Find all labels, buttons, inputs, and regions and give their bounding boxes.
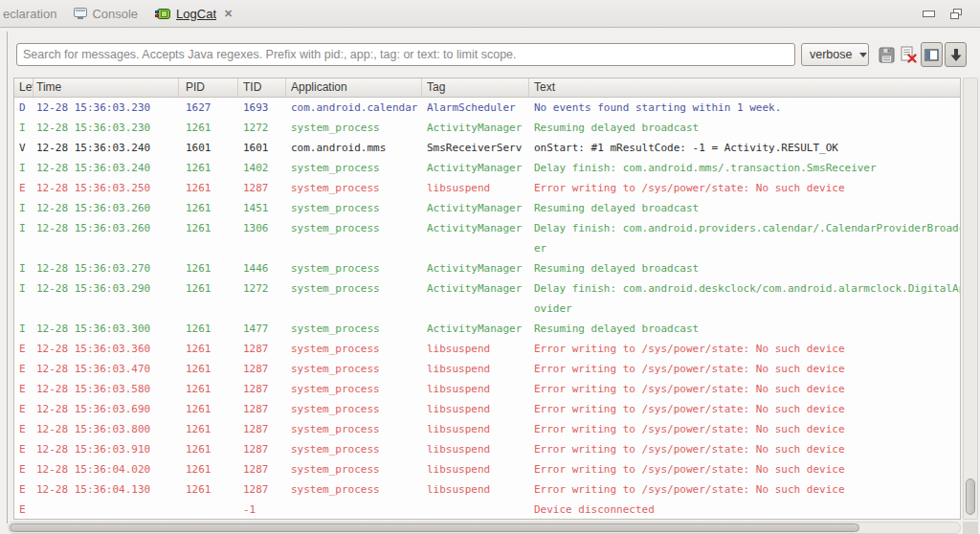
cell-level: E <box>14 359 33 379</box>
scrollbar-corner <box>963 522 978 534</box>
cell-text: Error writing to /sys/power/state: No su… <box>529 419 960 439</box>
cell-text: Error writing to /sys/power/state: No su… <box>529 339 960 359</box>
cell-tid: 1287 <box>238 178 286 198</box>
cell-application: system_process <box>286 439 422 459</box>
vertical-scrollbar[interactable] <box>963 78 978 520</box>
cell-application: system_process <box>286 379 422 399</box>
cell-time: 12-28 15:36:03.240 <box>33 158 179 178</box>
cell-text: Resuming delayed broadcast <box>529 198 960 218</box>
cell-text: Error writing to /sys/power/state: No su… <box>529 379 960 399</box>
chevron-down-icon <box>859 53 867 57</box>
log-row[interactable]: E12-28 15:36:04.13012611287system_proces… <box>14 479 960 500</box>
cell-pid: 1261 <box>179 178 238 198</box>
log-row[interactable]: V12-28 15:36:03.24016011601com.android.m… <box>14 138 960 158</box>
cell-tid: 1306 <box>238 218 286 258</box>
log-row[interactable]: E12-28 15:36:03.47012611287system_proces… <box>14 359 960 379</box>
log-row[interactable]: E12-28 15:36:04.02012611287system_proces… <box>14 459 960 479</box>
cell-tag: ActivityManager <box>422 198 529 218</box>
display-filters-view-toggle[interactable] <box>921 42 943 67</box>
column-header-lev[interactable]: Lev <box>14 78 33 97</box>
cell-level: E <box>14 178 33 198</box>
log-table-body: D12-28 15:36:03.23016271693com.android.c… <box>14 98 960 520</box>
log-row[interactable]: E12-28 15:36:03.36012611287system_proces… <box>14 339 960 359</box>
log-row[interactable]: I12-28 15:36:03.30012611477system_proces… <box>14 319 960 339</box>
log-row[interactable]: I12-28 15:36:03.26012611306system_proces… <box>14 218 960 258</box>
cell-level: E <box>14 339 33 359</box>
cell-time: 12-28 15:36:03.470 <box>33 359 179 379</box>
cell-tag: ActivityManager <box>422 118 529 138</box>
cell-application: system_process <box>286 118 422 138</box>
cell-pid: 1261 <box>179 278 238 319</box>
close-tab-icon[interactable]: ✕ <box>224 8 233 20</box>
log-row[interactable]: E12-28 15:36:03.25012611287system_proces… <box>14 178 960 198</box>
log-row[interactable]: E12-28 15:36:03.80012611287system_proces… <box>14 419 960 439</box>
cell-level: D <box>14 98 33 118</box>
log-row[interactable]: E12-28 15:36:03.91012611287system_proces… <box>14 439 960 459</box>
log-level-value: verbose <box>810 48 852 61</box>
log-row[interactable]: E12-28 15:36:03.69012611287system_proces… <box>14 399 960 419</box>
minimize-view-icon[interactable] <box>923 11 935 17</box>
cell-application: system_process <box>286 198 422 218</box>
restore-view-icon[interactable] <box>950 9 963 19</box>
log-row[interactable]: I12-28 15:36:03.26012611451system_proces… <box>14 198 960 218</box>
floppy-disk-icon <box>879 47 895 63</box>
cell-tag: libsuspend <box>422 339 529 359</box>
clear-log-button[interactable] <box>899 45 918 64</box>
cell-tag: ActivityManager <box>422 258 529 278</box>
cell-tag: libsuspend <box>422 379 529 399</box>
log-row[interactable]: E-1Device disconnected <box>14 500 960 520</box>
horizontal-scrollbar-thumb[interactable] <box>10 523 859 532</box>
cell-level: I <box>14 118 33 138</box>
column-header-tid[interactable]: TID <box>238 78 286 97</box>
cell-pid: 1261 <box>179 399 238 419</box>
vertical-scrollbar-thumb[interactable] <box>966 478 975 515</box>
cell-pid: 1261 <box>179 339 238 359</box>
autoscroll-toggle[interactable] <box>945 42 967 67</box>
tab-declaration[interactable]: eclaration <box>0 0 65 27</box>
horizontal-scrollbar[interactable] <box>8 522 961 534</box>
tab-console[interactable]: Console <box>65 0 146 27</box>
cell-tid: 1402 <box>238 158 286 178</box>
cell-time: 12-28 15:36:03.260 <box>33 218 179 258</box>
cell-text: Delay finish: com.android.mms/.transacti… <box>529 158 960 178</box>
cell-pid: 1261 <box>179 419 238 439</box>
cell-pid: 1261 <box>179 479 238 500</box>
cell-level: E <box>14 439 33 459</box>
column-header-text[interactable]: Text <box>529 78 960 97</box>
cell-text: onStart: #1 mResultCode: -1 = Activity.R… <box>529 138 960 158</box>
view-left-border <box>7 32 8 523</box>
save-log-button[interactable] <box>877 45 896 64</box>
cell-tid: 1693 <box>238 98 286 118</box>
cell-pid: 1261 <box>179 218 238 258</box>
cell-time: 12-28 15:36:03.230 <box>33 98 179 118</box>
cell-tid: 1446 <box>238 258 286 278</box>
cell-text: Error writing to /sys/power/state: No su… <box>529 359 960 379</box>
column-header-pid[interactable]: PID <box>179 78 238 97</box>
cell-pid: 1261 <box>179 379 238 399</box>
cell-application: system_process <box>286 218 422 258</box>
cell-time: 12-28 15:36:03.360 <box>33 339 179 359</box>
cell-time: 12-28 15:36:03.690 <box>33 399 179 419</box>
column-header-time[interactable]: Time <box>33 78 179 97</box>
tab-logcat[interactable]: LogCat ✕ <box>146 0 241 27</box>
log-level-dropdown[interactable]: verbose <box>801 43 869 66</box>
panel-layout-icon <box>924 49 939 61</box>
tab-logcat-label: LogCat <box>176 7 216 21</box>
log-row[interactable]: I12-28 15:36:03.29012611272system_proces… <box>14 278 960 319</box>
column-header-tag[interactable]: Tag <box>422 78 529 97</box>
cell-tid: 1287 <box>238 479 286 500</box>
log-row[interactable]: I12-28 15:36:03.27012611446system_proces… <box>14 258 960 278</box>
cell-level: E <box>14 399 33 419</box>
cell-text: Device disconnected <box>529 500 960 520</box>
logcat-view: verbose LevTime <box>0 29 980 534</box>
log-row[interactable]: D12-28 15:36:03.23016271693com.android.c… <box>14 98 960 118</box>
cell-time: 12-28 15:36:04.130 <box>33 479 179 500</box>
search-input[interactable] <box>16 43 795 66</box>
log-row[interactable]: I12-28 15:36:03.24012611402system_proces… <box>14 158 960 178</box>
cell-tag: libsuspend <box>422 419 529 439</box>
cell-application <box>286 500 422 520</box>
log-row[interactable]: E12-28 15:36:03.58012611287system_proces… <box>14 379 960 399</box>
cell-text: Resuming delayed broadcast <box>529 319 960 339</box>
column-header-application[interactable]: Application <box>286 78 422 97</box>
log-row[interactable]: I12-28 15:36:03.23012611272system_proces… <box>14 118 960 138</box>
